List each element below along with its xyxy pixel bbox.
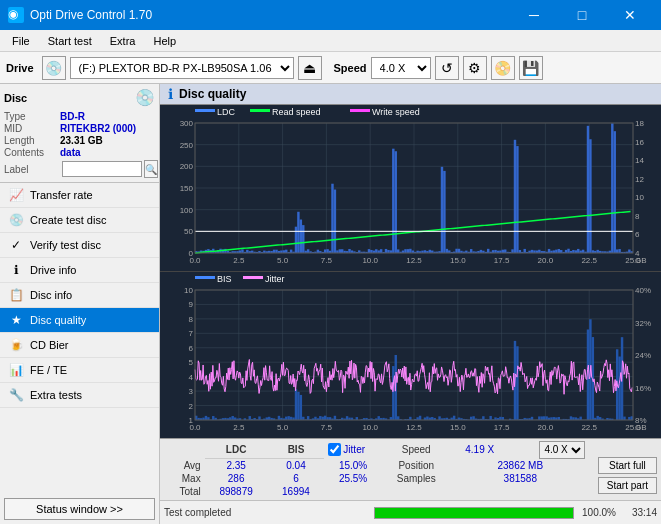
disc-options-button[interactable]: 📀	[491, 56, 515, 80]
sidebar-menu: 📈 Transfer rate 💿 Create test disc ✓ Ver…	[0, 183, 159, 494]
stats-table: LDC BIS Jitter Speed 4.19 X	[164, 441, 590, 499]
extra-tests-label: Extra tests	[30, 389, 82, 401]
fe-te-label: FE / TE	[30, 364, 67, 376]
create-test-disc-icon: 💿	[8, 213, 24, 227]
bis-header: BIS	[268, 441, 325, 459]
sidebar: Disc 💿 Type BD-R MID RITEKBR2 (000) Leng…	[0, 84, 160, 524]
speed-stat-value: 4.19 X	[451, 441, 509, 459]
type-label: Type	[4, 111, 60, 122]
close-button[interactable]: ✕	[607, 0, 653, 30]
save-button[interactable]: 💾	[519, 56, 543, 80]
time-label: 33:14	[632, 507, 657, 518]
contents-label: Contents	[4, 147, 60, 158]
samples-label: Samples	[382, 472, 451, 485]
max-label: Max	[164, 472, 205, 485]
statusbar: Test completed 100.0% 33:14	[160, 500, 661, 524]
menu-start-test[interactable]: Start test	[40, 33, 100, 49]
start-full-button[interactable]: Start full	[598, 457, 657, 474]
menu-file[interactable]: File	[4, 33, 38, 49]
samples-value: 381588	[451, 472, 590, 485]
drive-select[interactable]: (F:) PLEXTOR BD-R PX-LB950SA 1.06	[70, 57, 294, 79]
jitter-checkbox-label: Jitter	[328, 443, 377, 456]
transfer-rate-label: Transfer rate	[30, 189, 93, 201]
total-label: Total	[164, 485, 205, 498]
sidebar-item-disc-info[interactable]: 📋 Disc info	[0, 283, 159, 308]
total-ldc: 898879	[205, 485, 268, 498]
content-area: ℹ Disc quality LDC BIS	[160, 84, 661, 524]
avg-label: Avg	[164, 459, 205, 473]
disc-mid-row: MID RITEKBR2 (000)	[4, 123, 155, 134]
progress-label: 100.0%	[582, 507, 616, 518]
speed-select-stats[interactable]: 4.0 X	[539, 441, 585, 459]
refresh-button[interactable]: ↺	[435, 56, 459, 80]
stats-area: LDC BIS Jitter Speed 4.19 X	[160, 438, 661, 501]
sidebar-item-verify-test-disc[interactable]: ✓ Verify test disc	[0, 233, 159, 258]
window-controls: ─ □ ✕	[511, 0, 653, 30]
length-value: 23.31 GB	[60, 135, 103, 146]
ldc-header: LDC	[205, 441, 268, 459]
disc-quality-header: ℹ Disc quality	[160, 84, 661, 105]
label-label: Label	[4, 164, 60, 175]
max-jitter: 25.5%	[324, 472, 381, 485]
sidebar-item-transfer-rate[interactable]: 📈 Transfer rate	[0, 183, 159, 208]
app-icon: ◉	[8, 7, 24, 23]
maximize-button[interactable]: □	[559, 0, 605, 30]
sidebar-item-extra-tests[interactable]: 🔧 Extra tests	[0, 383, 159, 408]
mid-label: MID	[4, 123, 60, 134]
status-text: Test completed	[164, 507, 366, 518]
main-layout: Disc 💿 Type BD-R MID RITEKBR2 (000) Leng…	[0, 84, 661, 524]
minimize-button[interactable]: ─	[511, 0, 557, 30]
disc-quality-header-title: Disc quality	[179, 87, 246, 101]
disc-header: Disc 💿	[4, 88, 155, 107]
sidebar-item-cd-bier[interactable]: 🍺 CD Bier	[0, 333, 159, 358]
max-ldc: 286	[205, 472, 268, 485]
charts-area	[160, 105, 661, 438]
menubar: File Start test Extra Help	[0, 30, 661, 52]
length-label: Length	[4, 135, 60, 146]
label-input[interactable]	[62, 161, 142, 177]
label-search-button[interactable]: 🔍	[144, 160, 158, 178]
drive-label: Drive	[6, 62, 34, 74]
cd-bier-label: CD Bier	[30, 339, 69, 351]
disc-info-label: Disc info	[30, 289, 72, 301]
create-test-disc-label: Create test disc	[30, 214, 106, 226]
jitter-checkbox[interactable]	[328, 443, 341, 456]
progress-bar	[374, 507, 574, 519]
chart2-container	[160, 272, 661, 438]
start-part-button[interactable]: Start part	[598, 477, 657, 494]
status-window-button[interactable]: Status window >>	[4, 498, 155, 520]
disc-type-row: Type BD-R	[4, 111, 155, 122]
menu-help[interactable]: Help	[145, 33, 184, 49]
jitter-label: Jitter	[343, 444, 365, 455]
avg-ldc: 2.35	[205, 459, 268, 473]
sidebar-item-disc-quality[interactable]: ★ Disc quality	[0, 308, 159, 333]
disc-quality-header-icon: ℹ	[168, 86, 173, 102]
disc-label-row: Label 🔍	[4, 160, 155, 178]
cd-bier-icon: 🍺	[8, 338, 24, 352]
chart2	[160, 272, 661, 438]
drivebar: Drive 💿 (F:) PLEXTOR BD-R PX-LB950SA 1.0…	[0, 52, 661, 84]
speed-stat-label: Speed	[382, 441, 451, 459]
menu-extra[interactable]: Extra	[102, 33, 144, 49]
sidebar-item-create-test-disc[interactable]: 💿 Create test disc	[0, 208, 159, 233]
disc-contents-row: Contents data	[4, 147, 155, 158]
disc-quality-label: Disc quality	[30, 314, 86, 326]
sidebar-item-drive-info[interactable]: ℹ Drive info	[0, 258, 159, 283]
drive-icon-btn[interactable]: 💿	[42, 56, 66, 80]
eject-button[interactable]: ⏏	[298, 56, 322, 80]
transfer-rate-icon: 📈	[8, 188, 24, 202]
avg-bis: 0.04	[268, 459, 325, 473]
progress-fill	[375, 508, 573, 518]
settings-button[interactable]: ⚙	[463, 56, 487, 80]
speed-select[interactable]: 4.0 X	[371, 57, 431, 79]
mid-value: RITEKBR2 (000)	[60, 123, 136, 134]
verify-test-disc-icon: ✓	[8, 238, 24, 252]
app-title: Opti Drive Control 1.70	[30, 8, 152, 22]
drive-info-label: Drive info	[30, 264, 76, 276]
fe-te-icon: 📊	[8, 363, 24, 377]
disc-length-row: Length 23.31 GB	[4, 135, 155, 146]
avg-jitter: 15.0%	[324, 459, 381, 473]
drive-info-icon: ℹ	[8, 263, 24, 277]
sidebar-item-fe-te[interactable]: 📊 FE / TE	[0, 358, 159, 383]
disc-section: Disc 💿 Type BD-R MID RITEKBR2 (000) Leng…	[0, 84, 159, 183]
